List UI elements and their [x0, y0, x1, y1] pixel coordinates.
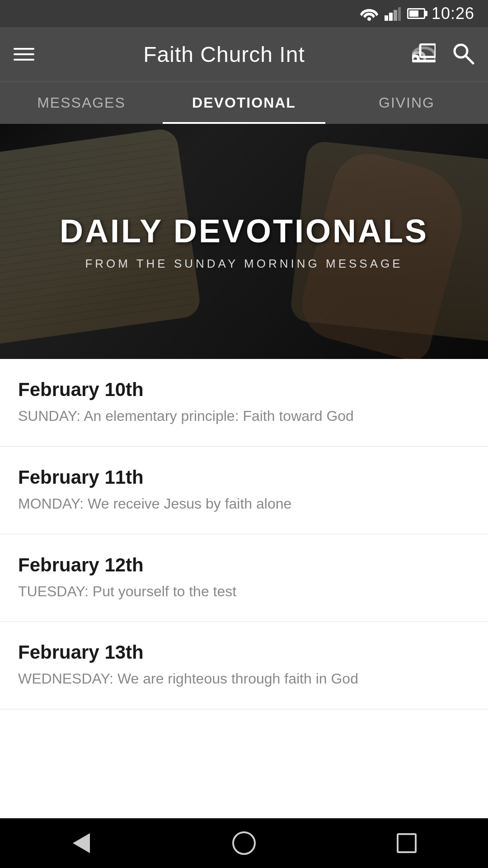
search-button[interactable]	[452, 42, 474, 66]
devotional-date-0: February 10th	[18, 379, 470, 401]
cast-icon	[412, 43, 436, 63]
menu-line-3	[14, 59, 34, 61]
back-button[interactable]	[63, 825, 99, 861]
devotional-desc-3: WEDNESDAY: We are righteous through fait…	[18, 669, 470, 689]
svg-rect-1	[385, 15, 388, 21]
signal-icon	[385, 6, 401, 21]
devotional-desc-2: TUESDAY: Put yourself to the test	[18, 581, 470, 602]
devotional-desc-0: SUNDAY: An elementary principle: Faith t…	[18, 406, 470, 426]
svg-rect-2	[389, 13, 393, 21]
devotional-date-1: February 11th	[18, 467, 470, 488]
tab-devotional[interactable]: DEVOTIONAL	[163, 82, 325, 124]
tab-messages[interactable]: MESSAGES	[0, 82, 163, 124]
bottom-nav	[0, 818, 488, 868]
devotional-item-1[interactable]: February 11th MONDAY: We receive Jesus b…	[0, 447, 488, 534]
status-time: 10:26	[432, 4, 474, 23]
back-icon	[73, 833, 90, 853]
hero-title: DAILY DEVOTIONALS	[60, 212, 428, 250]
svg-point-0	[367, 17, 371, 21]
tab-bar: MESSAGES DEVOTIONAL GIVING	[0, 81, 488, 124]
devotional-date-2: February 12th	[18, 554, 470, 576]
svg-rect-3	[394, 10, 397, 21]
menu-button[interactable]	[14, 48, 36, 61]
wifi-icon	[360, 6, 378, 21]
menu-line-1	[14, 48, 34, 50]
devotional-item-2[interactable]: February 12th TUESDAY: Put yourself to t…	[0, 534, 488, 622]
hero-banner: DAILY DEVOTIONALS FROM THE SUNDAY MORNIN…	[0, 124, 488, 359]
cast-button[interactable]	[412, 43, 436, 65]
hero-content: DAILY DEVOTIONALS FROM THE SUNDAY MORNIN…	[0, 124, 488, 359]
devotional-date-3: February 13th	[18, 642, 470, 663]
devotional-item-3[interactable]: February 13th WEDNESDAY: We are righteou…	[0, 622, 488, 709]
svg-line-8	[465, 56, 473, 63]
battery-icon	[407, 8, 425, 19]
tab-giving[interactable]: GIVING	[325, 82, 488, 124]
devotional-item-0[interactable]: February 10th SUNDAY: An elementary prin…	[0, 359, 488, 447]
home-button[interactable]	[226, 825, 262, 861]
recents-button[interactable]	[389, 825, 425, 861]
devotional-list: February 10th SUNDAY: An elementary prin…	[0, 359, 488, 818]
hero-subtitle: FROM THE SUNDAY MORNING MESSAGE	[85, 257, 403, 271]
menu-line-2	[14, 53, 34, 55]
search-icon	[452, 42, 474, 65]
devotional-desc-1: MONDAY: We receive Jesus by faith alone	[18, 494, 470, 514]
app-title: Faith Church Int	[36, 42, 412, 67]
svg-rect-5	[412, 60, 436, 62]
home-icon	[232, 831, 256, 855]
recents-icon	[397, 833, 417, 853]
status-icons: 10:26	[360, 4, 474, 23]
svg-rect-4	[398, 7, 401, 21]
app-header: Faith Church Int	[0, 27, 488, 81]
header-actions	[412, 42, 474, 66]
status-bar: 10:26	[0, 0, 488, 27]
